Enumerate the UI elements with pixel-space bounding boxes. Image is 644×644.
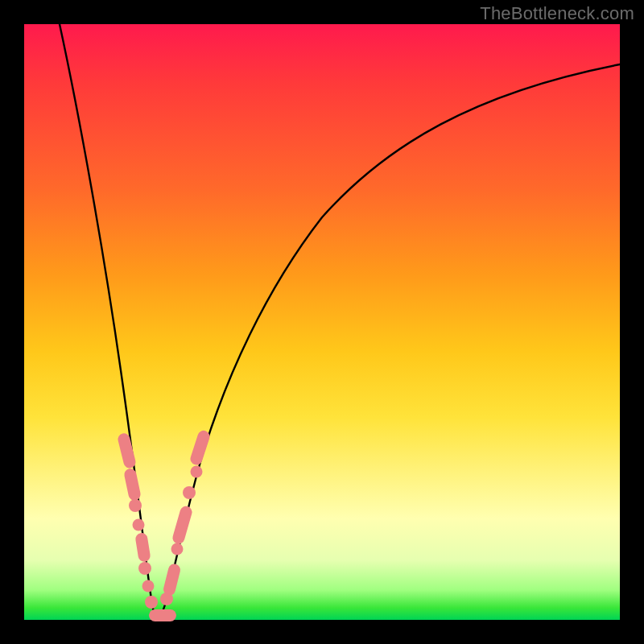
marker-dot <box>129 499 142 512</box>
chart-frame: TheBottleneck.com <box>0 0 644 644</box>
marker-group-bottom <box>149 609 176 621</box>
marker-dot <box>171 543 184 555</box>
marker-dot <box>142 580 155 592</box>
bottleneck-curve <box>60 24 620 619</box>
curve-layer <box>24 24 620 620</box>
marker-group-right <box>160 429 211 605</box>
marker-group-left <box>117 432 158 609</box>
marker-dot <box>191 466 203 478</box>
marker-dot <box>138 562 151 575</box>
marker-pill <box>189 429 212 466</box>
marker-pill <box>171 505 194 545</box>
marker-dot <box>145 596 158 609</box>
marker-pill <box>117 432 137 469</box>
watermark-text: TheBottleneck.com <box>480 3 634 24</box>
marker-pill <box>149 609 176 621</box>
marker-dot <box>133 519 145 531</box>
plot-area <box>24 24 620 620</box>
marker-dot <box>183 486 196 499</box>
marker-pill <box>123 468 142 502</box>
marker-pill <box>134 532 151 563</box>
marker-pill <box>162 563 181 597</box>
